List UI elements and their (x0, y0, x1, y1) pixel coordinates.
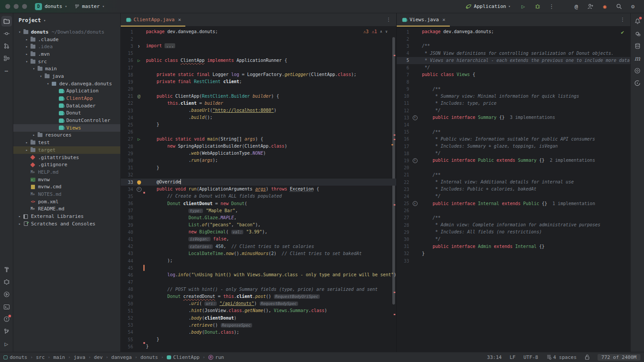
line-number[interactable]: 22 (121, 101, 135, 106)
spring-bean-gutter-icon[interactable]: @ (138, 93, 141, 99)
breadcrumb-java[interactable]: java (73, 354, 85, 360)
intention-bulb-icon[interactable] (137, 180, 141, 184)
code-line-1[interactable]: 1package dev.danvega.donuts; (397, 28, 630, 35)
code-line-28[interactable]: 28 * Admin view: Complete information fo… (397, 221, 630, 229)
code-line-23[interactable]: 23 .baseUrl("http://localhost:8080") (121, 107, 396, 114)
line-number[interactable]: 16 (397, 137, 411, 141)
tree-toggle-icon[interactable]: ▸ (24, 52, 30, 56)
code-line-36[interactable]: 36 Donut clientDonut = new Donut( (121, 200, 396, 207)
line-number[interactable]: 11 (397, 101, 411, 106)
tree-toggle-icon[interactable]: ▾ (17, 30, 23, 34)
run-anchor-button[interactable]: ▷ (1, 339, 12, 349)
implemented-gutter-icon[interactable]: ↑ (413, 201, 418, 206)
spring-button[interactable] (632, 78, 643, 88)
code-line-27[interactable]: 27▷ public static void main(String[] arg… (121, 136, 396, 143)
tree-item-resources[interactable]: ▸resources (13, 132, 120, 139)
settings-button[interactable]: ⚙ (628, 2, 638, 11)
plugin-starburst-icon[interactable]: ✺ (600, 2, 610, 11)
tree-item--gitignore[interactable]: .gitignore (13, 161, 120, 168)
code-line-42[interactable]: 42 calories: 450, // Client tries to set… (121, 243, 396, 250)
line-number[interactable]: 17 (397, 144, 411, 149)
indent-setting[interactable]: 4 spaces (546, 354, 577, 360)
code-line-3[interactable]: 3/** (397, 42, 630, 50)
tab-options-icon[interactable]: ⋮ (381, 13, 396, 26)
run-button[interactable]: ▷ (518, 2, 528, 11)
code-line-15[interactable]: 15 /** (397, 129, 630, 136)
tree-item-pom-xml[interactable]: <>pom.xml (13, 198, 120, 206)
code-line-47[interactable]: 47 (121, 279, 396, 286)
code-line-16[interactable]: 16▷public class ClientApp implements App… (121, 57, 396, 64)
run-gutter-icon[interactable]: ▷ (138, 137, 140, 141)
code-line-30[interactable]: 30 */ (397, 236, 630, 243)
code-line-31[interactable]: 31 public interface Admin extends Intern… (397, 243, 630, 250)
code-line-35[interactable]: 35 // Create a Donut with ALL fields pop… (121, 193, 396, 200)
tree-item-scratches-and-consoles[interactable]: ▸Scratches and Consoles (13, 220, 120, 228)
line-number[interactable]: 27 (397, 215, 411, 220)
line-number[interactable]: 39 (121, 223, 135, 228)
project-tool-button[interactable] (1, 16, 12, 27)
line-number[interactable]: 14 (397, 122, 411, 127)
code-line-48[interactable]: 48 // POST with hint() - only Summary fi… (121, 286, 396, 293)
code-line-22[interactable]: 22 * Internal view: Additional details f… (397, 179, 630, 186)
code-line-20[interactable]: 20 (397, 164, 630, 171)
line-number[interactable]: 34 (121, 187, 135, 192)
code-line-21[interactable]: 21@ public ClientApp(RestClient.Builder … (121, 93, 396, 100)
tree-toggle-icon[interactable]: ▾ (24, 60, 30, 64)
code-line-11[interactable]: 11 * Includes: type, price (397, 100, 630, 107)
code-line-50[interactable]: 50 .uri( uri: "/api/donuts") RequestBody… (121, 300, 396, 307)
line-number[interactable]: 53 (121, 323, 135, 328)
implemented-gutter-icon[interactable]: ↑ (413, 115, 418, 120)
line-number[interactable]: 54 (121, 330, 135, 335)
code-line-19[interactable]: 19↑ public interface Public extends Summ… (397, 157, 630, 164)
tree-item-mvnw-cmd[interactable]: mvnw.cmd (13, 183, 120, 191)
code-line-29[interactable]: 29 .web(WebApplicationType.NONE) (121, 150, 396, 157)
code-line-49[interactable]: 49 Donut createdDonut = this.client.post… (121, 293, 396, 300)
code-line-18[interactable]: 18 */ (397, 150, 630, 157)
run-configuration-selector[interactable]: Application ▾ (462, 2, 514, 11)
project-widget[interactable]: D donuts ▾ (31, 2, 71, 11)
code-line-31[interactable]: 31 } (121, 164, 396, 171)
tree-toggle-icon[interactable]: ▾ (38, 74, 44, 78)
line-number[interactable]: 48 (121, 287, 135, 292)
more-actions-button[interactable]: ⋮ (547, 2, 556, 11)
tree-item-clientapp[interactable]: ClientApp (13, 95, 120, 102)
tree-item-readme-md[interactable]: M+README.md (13, 206, 120, 213)
line-number[interactable]: 45 (121, 266, 135, 271)
line-number[interactable]: 41 (121, 237, 135, 242)
line-number[interactable]: 24 (397, 194, 411, 199)
line-separator[interactable]: LF (510, 354, 515, 360)
code-line-14[interactable]: 14 (397, 121, 630, 128)
breadcrumb-src[interactable]: src (36, 354, 45, 360)
code-line-39[interactable]: 39 List.of("pecans", "bacon"), (121, 221, 396, 229)
line-number[interactable]: 26 (397, 208, 411, 213)
code-line-12[interactable]: 12 */ (397, 107, 630, 114)
line-number[interactable]: 9 (397, 87, 411, 91)
line-number[interactable]: 32 (397, 251, 411, 256)
code-line-1[interactable]: 1package dev.danvega.donuts; (121, 28, 396, 35)
code-line-38[interactable]: 38 Donut.Glaze.MAPLE, (121, 214, 396, 221)
tree-item-external-libraries[interactable]: ▸External Libraries (13, 213, 120, 220)
line-number[interactable]: 31 (121, 165, 135, 170)
line-number[interactable]: 17 (121, 65, 135, 70)
code-line-26[interactable]: 26 (121, 129, 396, 136)
line-number[interactable]: 25 (121, 122, 135, 127)
line-number[interactable]: 21 (121, 94, 135, 99)
minimize-window-icon[interactable] (14, 4, 19, 9)
tree-toggle-icon[interactable]: ▸ (24, 45, 30, 49)
code-line-20[interactable]: 20 (121, 86, 396, 93)
tree-item--claude[interactable]: ▸.claude (13, 36, 120, 43)
line-number[interactable]: 22 (397, 180, 411, 185)
build-tool-button[interactable] (1, 264, 12, 275)
line-number[interactable]: 32 (121, 172, 135, 177)
tree-item-dataloader[interactable]: DataLoader (13, 102, 120, 110)
line-number[interactable]: 56 (121, 344, 135, 349)
breadcrumb-run[interactable]: mrun (208, 354, 224, 360)
line-number[interactable]: 18 (121, 72, 135, 77)
tab-clientapp-java[interactable]: ClientApp.java ✕ (121, 13, 185, 26)
code-line-5[interactable]: 5 * Views are hierarchical - each extend… (397, 57, 630, 64)
code-line-8[interactable]: 8 (397, 78, 630, 85)
code-line-4[interactable]: 4 * JSON View definitions for controllin… (397, 50, 630, 57)
code-line-29[interactable]: 29 * Includes: All fields (no restrictio… (397, 229, 630, 236)
tree-item-notes-md[interactable]: M+NOTES.md (13, 191, 120, 198)
breadcrumb-main[interactable]: main (53, 354, 65, 360)
